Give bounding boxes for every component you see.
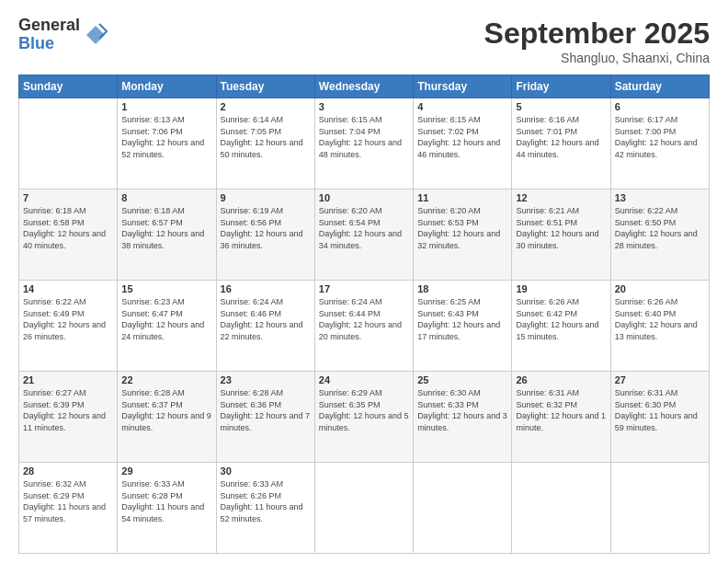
calendar-cell: 4Sunrise: 6:15 AM Sunset: 7:02 PM Daylig… xyxy=(414,98,512,190)
calendar-cell: 6Sunrise: 6:17 AM Sunset: 7:00 PM Daylig… xyxy=(610,98,709,190)
weekday-header: Friday xyxy=(512,75,610,98)
calendar-week-row: 21Sunrise: 6:27 AM Sunset: 6:39 PM Dayli… xyxy=(19,372,710,463)
calendar-cell: 20Sunrise: 6:26 AM Sunset: 6:40 PM Dayli… xyxy=(610,281,709,372)
cell-info: Sunrise: 6:26 AM Sunset: 6:42 PM Dayligh… xyxy=(516,296,606,342)
calendar-cell: 5Sunrise: 6:16 AM Sunset: 7:01 PM Daylig… xyxy=(512,98,610,190)
day-number: 24 xyxy=(319,374,409,385)
day-number: 25 xyxy=(417,374,507,385)
month-title: September 2025 xyxy=(484,17,710,51)
cell-info: Sunrise: 6:20 AM Sunset: 6:53 PM Dayligh… xyxy=(417,205,507,251)
day-number: 27 xyxy=(615,374,705,385)
calendar-cell: 28Sunrise: 6:32 AM Sunset: 6:29 PM Dayli… xyxy=(19,463,118,554)
logo-text: General Blue xyxy=(18,17,80,53)
day-number: 13 xyxy=(615,192,705,203)
calendar-cell: 29Sunrise: 6:33 AM Sunset: 6:28 PM Dayli… xyxy=(118,463,216,554)
calendar-week-row: 28Sunrise: 6:32 AM Sunset: 6:29 PM Dayli… xyxy=(19,463,710,554)
cell-info: Sunrise: 6:23 AM Sunset: 6:47 PM Dayligh… xyxy=(121,296,211,342)
cell-info: Sunrise: 6:26 AM Sunset: 6:40 PM Dayligh… xyxy=(615,296,705,342)
calendar-cell: 3Sunrise: 6:15 AM Sunset: 7:04 PM Daylig… xyxy=(314,98,413,190)
day-number: 18 xyxy=(417,283,507,294)
weekday-header-row: SundayMondayTuesdayWednesdayThursdayFrid… xyxy=(19,75,710,98)
day-number: 28 xyxy=(23,465,113,477)
weekday-header: Sunday xyxy=(19,75,118,98)
calendar-cell: 16Sunrise: 6:24 AM Sunset: 6:46 PM Dayli… xyxy=(216,281,314,372)
day-number: 15 xyxy=(121,283,211,294)
calendar-cell: 13Sunrise: 6:22 AM Sunset: 6:50 PM Dayli… xyxy=(610,190,709,281)
cell-info: Sunrise: 6:24 AM Sunset: 6:46 PM Dayligh… xyxy=(221,296,311,342)
day-number: 9 xyxy=(221,192,311,203)
calendar-cell: 1Sunrise: 6:13 AM Sunset: 7:06 PM Daylig… xyxy=(118,98,216,190)
calendar-cell xyxy=(414,463,512,554)
cell-info: Sunrise: 6:31 AM Sunset: 6:32 PM Dayligh… xyxy=(516,387,606,433)
weekday-header: Thursday xyxy=(414,75,512,98)
cell-info: Sunrise: 6:22 AM Sunset: 6:49 PM Dayligh… xyxy=(23,296,113,342)
logo-blue: Blue xyxy=(18,35,80,53)
cell-info: Sunrise: 6:25 AM Sunset: 6:43 PM Dayligh… xyxy=(417,296,507,342)
cell-info: Sunrise: 6:17 AM Sunset: 7:00 PM Dayligh… xyxy=(615,114,705,160)
calendar-cell: 2Sunrise: 6:14 AM Sunset: 7:05 PM Daylig… xyxy=(216,98,314,190)
day-number: 1 xyxy=(121,101,211,112)
day-number: 26 xyxy=(516,374,606,385)
cell-info: Sunrise: 6:15 AM Sunset: 7:02 PM Dayligh… xyxy=(417,114,507,160)
calendar-cell: 12Sunrise: 6:21 AM Sunset: 6:51 PM Dayli… xyxy=(512,190,610,281)
day-number: 20 xyxy=(615,283,705,294)
day-number: 2 xyxy=(221,101,311,112)
cell-info: Sunrise: 6:28 AM Sunset: 6:36 PM Dayligh… xyxy=(221,387,311,433)
cell-info: Sunrise: 6:32 AM Sunset: 6:29 PM Dayligh… xyxy=(23,478,113,524)
cell-info: Sunrise: 6:22 AM Sunset: 6:50 PM Dayligh… xyxy=(615,205,705,251)
cell-info: Sunrise: 6:16 AM Sunset: 7:01 PM Dayligh… xyxy=(516,114,606,160)
cell-info: Sunrise: 6:18 AM Sunset: 6:57 PM Dayligh… xyxy=(121,205,211,251)
calendar-cell: 30Sunrise: 6:33 AM Sunset: 6:26 PM Dayli… xyxy=(216,463,314,554)
header: General Blue September 2025 Shangluo, Sh… xyxy=(18,17,710,65)
calendar-week-row: 7Sunrise: 6:18 AM Sunset: 6:58 PM Daylig… xyxy=(19,190,710,281)
logo-general: General xyxy=(18,17,80,35)
title-block: September 2025 Shangluo, Shaanxi, China xyxy=(484,17,710,65)
calendar-cell: 14Sunrise: 6:22 AM Sunset: 6:49 PM Dayli… xyxy=(19,281,118,372)
day-number: 3 xyxy=(319,101,409,112)
cell-info: Sunrise: 6:33 AM Sunset: 6:26 PM Dayligh… xyxy=(221,478,311,524)
cell-info: Sunrise: 6:20 AM Sunset: 6:54 PM Dayligh… xyxy=(319,205,409,251)
calendar-cell: 19Sunrise: 6:26 AM Sunset: 6:42 PM Dayli… xyxy=(512,281,610,372)
day-number: 8 xyxy=(121,192,211,203)
calendar-cell: 24Sunrise: 6:29 AM Sunset: 6:35 PM Dayli… xyxy=(314,372,413,463)
weekday-header: Tuesday xyxy=(216,75,314,98)
day-number: 22 xyxy=(121,374,211,385)
calendar-cell: 23Sunrise: 6:28 AM Sunset: 6:36 PM Dayli… xyxy=(216,372,314,463)
cell-info: Sunrise: 6:21 AM Sunset: 6:51 PM Dayligh… xyxy=(516,205,606,251)
day-number: 12 xyxy=(516,192,606,203)
cell-info: Sunrise: 6:31 AM Sunset: 6:30 PM Dayligh… xyxy=(615,387,705,433)
day-number: 14 xyxy=(23,283,113,294)
calendar-cell: 8Sunrise: 6:18 AM Sunset: 6:57 PM Daylig… xyxy=(118,190,216,281)
calendar-cell: 9Sunrise: 6:19 AM Sunset: 6:56 PM Daylig… xyxy=(216,190,314,281)
day-number: 16 xyxy=(221,283,311,294)
calendar-table: SundayMondayTuesdayWednesdayThursdayFrid… xyxy=(18,75,710,554)
calendar-cell: 26Sunrise: 6:31 AM Sunset: 6:32 PM Dayli… xyxy=(512,372,610,463)
weekday-header: Wednesday xyxy=(314,75,413,98)
day-number: 23 xyxy=(221,374,311,385)
calendar-cell: 10Sunrise: 6:20 AM Sunset: 6:54 PM Dayli… xyxy=(314,190,413,281)
day-number: 29 xyxy=(121,465,211,477)
weekday-header: Saturday xyxy=(610,75,709,98)
day-number: 7 xyxy=(23,192,113,203)
calendar-cell: 21Sunrise: 6:27 AM Sunset: 6:39 PM Dayli… xyxy=(19,372,118,463)
logo-icon xyxy=(83,22,108,48)
calendar-cell: 11Sunrise: 6:20 AM Sunset: 6:53 PM Dayli… xyxy=(414,190,512,281)
calendar-cell: 22Sunrise: 6:28 AM Sunset: 6:37 PM Dayli… xyxy=(118,372,216,463)
day-number: 11 xyxy=(417,192,507,203)
calendar-cell xyxy=(512,463,610,554)
day-number: 5 xyxy=(516,101,606,112)
calendar-cell: 18Sunrise: 6:25 AM Sunset: 6:43 PM Dayli… xyxy=(414,281,512,372)
cell-info: Sunrise: 6:27 AM Sunset: 6:39 PM Dayligh… xyxy=(23,387,113,433)
calendar-cell xyxy=(314,463,413,554)
cell-info: Sunrise: 6:33 AM Sunset: 6:28 PM Dayligh… xyxy=(121,478,211,524)
calendar-cell: 15Sunrise: 6:23 AM Sunset: 6:47 PM Dayli… xyxy=(118,281,216,372)
day-number: 30 xyxy=(221,465,311,477)
page: General Blue September 2025 Shangluo, Sh… xyxy=(0,0,728,563)
day-number: 21 xyxy=(23,374,113,385)
calendar-cell: 17Sunrise: 6:24 AM Sunset: 6:44 PM Dayli… xyxy=(314,281,413,372)
cell-info: Sunrise: 6:14 AM Sunset: 7:05 PM Dayligh… xyxy=(221,114,311,160)
cell-info: Sunrise: 6:18 AM Sunset: 6:58 PM Dayligh… xyxy=(23,205,113,251)
day-number: 4 xyxy=(417,101,507,112)
calendar-week-row: 14Sunrise: 6:22 AM Sunset: 6:49 PM Dayli… xyxy=(19,281,710,372)
cell-info: Sunrise: 6:29 AM Sunset: 6:35 PM Dayligh… xyxy=(319,387,409,433)
